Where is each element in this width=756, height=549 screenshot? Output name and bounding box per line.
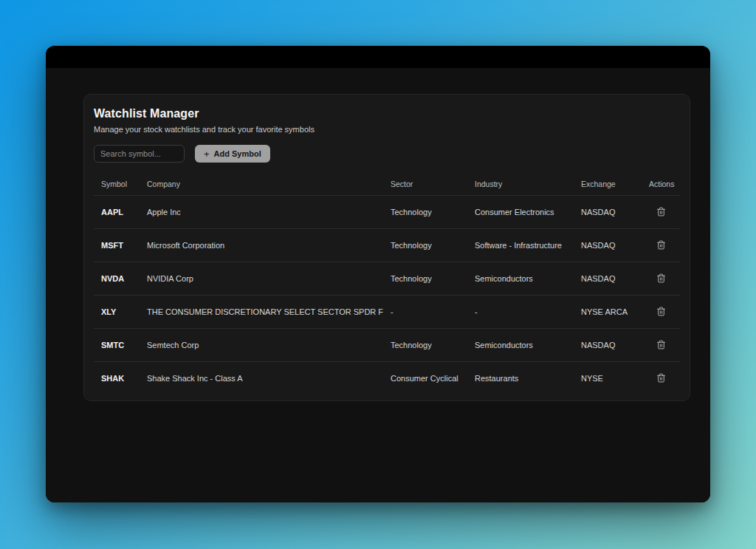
- table-row: SMTC Semtech Corp Technology Semiconduct…: [94, 328, 680, 361]
- cell-industry: Semiconductors: [467, 328, 574, 361]
- cell-company: Microsoft Corporation: [140, 228, 383, 262]
- delete-symbol-button[interactable]: [655, 239, 667, 251]
- cell-symbol: XLY: [94, 295, 140, 328]
- cell-actions: [642, 328, 680, 361]
- cell-sector: Technology: [383, 328, 467, 361]
- delete-symbol-button[interactable]: [655, 205, 667, 218]
- cell-symbol: MSFT: [94, 228, 140, 262]
- cell-exchange: NASDAQ: [574, 228, 642, 262]
- column-header-company: Company: [140, 173, 383, 195]
- delete-symbol-button[interactable]: [655, 272, 667, 284]
- cell-sector: Technology: [383, 228, 467, 262]
- watchlist-card: Watchlist Manager Manage your stock watc…: [83, 94, 690, 401]
- trash-icon: [656, 307, 666, 316]
- cell-symbol: NVDA: [94, 262, 140, 295]
- column-header-symbol: Symbol: [94, 173, 140, 195]
- cell-sector: Consumer Cyclical: [383, 361, 467, 395]
- cell-exchange: NYSE ARCA: [574, 295, 642, 328]
- trash-icon: [656, 273, 666, 283]
- cell-symbol: AAPL: [94, 195, 140, 228]
- cell-sector: Technology: [383, 195, 467, 228]
- column-header-sector: Sector: [383, 173, 467, 195]
- toolbar: + Add Symbol: [94, 145, 680, 163]
- add-symbol-button-label: Add Symbol: [214, 149, 261, 158]
- cell-actions: [642, 361, 680, 395]
- table-header-row: SymbolCompanySectorIndustryExchangeActio…: [94, 173, 680, 195]
- cell-exchange: NYSE: [574, 361, 642, 395]
- delete-symbol-button[interactable]: [655, 372, 667, 384]
- watchlist-table: SymbolCompanySectorIndustryExchangeActio…: [94, 173, 680, 395]
- cell-actions: [642, 195, 680, 228]
- column-header-actions: Actions: [642, 173, 680, 195]
- table-row: SHAK Shake Shack Inc - Class A Consumer …: [94, 361, 680, 395]
- search-input[interactable]: [94, 145, 185, 163]
- page-subtitle: Manage your stock watchlists and track y…: [94, 125, 680, 134]
- column-header-exchange: Exchange: [574, 173, 642, 195]
- cell-company: NVIDIA Corp: [140, 262, 383, 295]
- cell-industry: Semiconductors: [467, 262, 574, 295]
- trash-icon: [656, 207, 666, 216]
- trash-icon: [656, 240, 666, 250]
- window-titlebar[interactable]: [46, 46, 710, 68]
- cell-symbol: SMTC: [94, 328, 140, 361]
- cell-actions: [642, 228, 680, 262]
- cell-company: Shake Shack Inc - Class A: [140, 361, 383, 395]
- cell-exchange: NASDAQ: [574, 328, 642, 361]
- table-row: AAPL Apple Inc Technology Consumer Elect…: [94, 195, 680, 228]
- add-symbol-button[interactable]: + Add Symbol: [195, 145, 270, 163]
- cell-company: THE CONSUMER DISCRETIONARY SELECT SECTOR…: [140, 295, 383, 328]
- delete-symbol-button[interactable]: [655, 338, 667, 351]
- plus-icon: +: [204, 149, 210, 159]
- column-header-industry: Industry: [467, 173, 574, 195]
- trash-icon: [656, 340, 666, 349]
- desktop: { "header": { "title": "Watchlist Manage…: [0, 0, 756, 549]
- cell-sector: Technology: [383, 262, 467, 295]
- trash-icon: [656, 373, 666, 383]
- cell-company: Apple Inc: [140, 195, 383, 228]
- table-row: NVDA NVIDIA Corp Technology Semiconducto…: [94, 262, 680, 295]
- window-body: Watchlist Manager Manage your stock watc…: [46, 68, 710, 502]
- cell-company: Semtech Corp: [140, 328, 383, 361]
- watchlist-table-body: AAPL Apple Inc Technology Consumer Elect…: [94, 195, 680, 395]
- delete-symbol-button[interactable]: [655, 305, 667, 318]
- cell-industry: -: [467, 295, 574, 328]
- table-row: XLY THE CONSUMER DISCRETIONARY SELECT SE…: [94, 295, 680, 328]
- cell-industry: Consumer Electronics: [467, 195, 574, 228]
- cell-industry: Restaurants: [467, 361, 574, 395]
- cell-symbol: SHAK: [94, 361, 140, 395]
- cell-industry: Software - Infrastructure: [467, 228, 574, 262]
- cell-exchange: NASDAQ: [574, 262, 642, 295]
- app-window: Watchlist Manager Manage your stock watc…: [46, 46, 710, 502]
- table-row: MSFT Microsoft Corporation Technology So…: [94, 228, 680, 262]
- cell-exchange: NASDAQ: [574, 195, 642, 228]
- page-title: Watchlist Manager: [94, 106, 680, 120]
- cell-actions: [642, 295, 680, 328]
- cell-actions: [642, 262, 680, 295]
- cell-sector: -: [383, 295, 467, 328]
